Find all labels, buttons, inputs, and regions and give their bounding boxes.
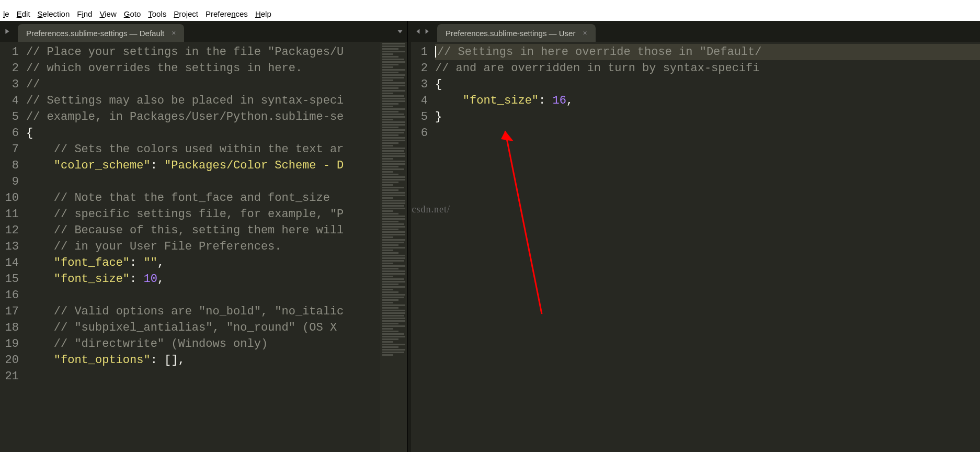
tab-label: Preferences.sublime-settings — Default [26,29,164,38]
menu-preferences[interactable]: Preferences [206,9,248,18]
menu-project[interactable]: Project [174,9,198,18]
menubar: le Edit Selection Find View Goto Tools P… [0,6,980,21]
nav-back-icon[interactable] [415,28,421,35]
menu-goto[interactable]: Goto [124,9,141,18]
play-icon[interactable] [4,28,10,35]
menu-help[interactable]: Help [255,9,271,18]
menu-edit[interactable]: Edit [17,9,30,18]
svg-marker-1 [397,30,403,33]
close-icon[interactable]: × [172,29,176,37]
menu-view[interactable]: View [99,9,116,18]
code-editor-left[interactable]: 123456789101112131415161718192021 // Pla… [0,42,407,452]
menu-selection[interactable]: Selection [38,9,70,18]
nav-forward-icon[interactable] [424,28,430,35]
editor-pane-right: Preferences.sublime-settings — User × 12… [411,21,980,452]
tab-label: Preferences.sublime-settings — User [446,29,575,38]
tab-dropdown-icon[interactable] [397,21,403,42]
tab-bar-right: Preferences.sublime-settings — User × [411,21,980,42]
code-editor-right[interactable]: 123456 // Settings in here override thos… [411,42,980,452]
minimap[interactable] [380,42,407,452]
svg-marker-3 [426,29,429,34]
close-icon[interactable]: × [583,29,587,37]
line-gutter: 123456 [411,42,435,452]
window-title-fragment [0,0,980,6]
line-gutter: 123456789101112131415161718192021 [0,42,26,452]
svg-marker-2 [416,29,419,34]
tab-user-settings[interactable]: Preferences.sublime-settings — User × [437,24,596,42]
menu-find[interactable]: Find [77,9,92,18]
menu-file[interactable]: le [3,9,9,18]
menu-tools[interactable]: Tools [148,9,166,18]
tab-bar-left: Preferences.sublime-settings — Default × [0,21,407,42]
editor-pane-left: Preferences.sublime-settings — Default ×… [0,21,408,452]
svg-marker-0 [5,29,9,34]
tab-default-settings[interactable]: Preferences.sublime-settings — Default × [18,24,184,42]
